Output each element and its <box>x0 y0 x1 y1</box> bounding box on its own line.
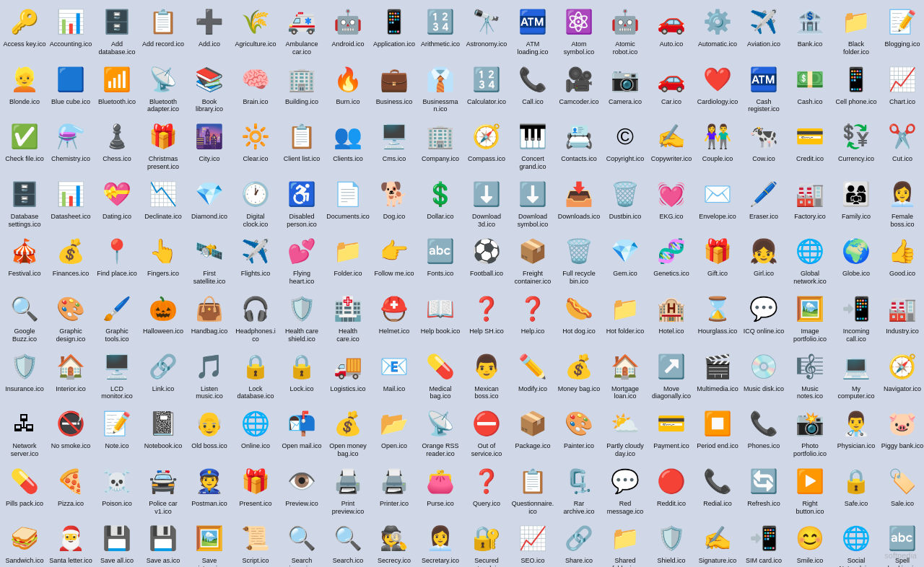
icon-item-70[interactable]: ⬇️Download 3d.ico <box>463 174 510 232</box>
icon-item-181[interactable]: 🎅Santa letter.ico <box>48 518 94 567</box>
icon-item-79[interactable]: 👩‍💼Female boss.ico <box>879 174 924 232</box>
icon-item-83[interactable]: 👆Fingers.ico <box>140 231 186 289</box>
icon-item-119[interactable]: 🏭Industry.ico <box>879 289 924 346</box>
icon-item-121[interactable]: 🏠Interior.ico <box>48 346 94 404</box>
icon-item-92[interactable]: 🗑️Full recycle bin.ico <box>556 231 602 289</box>
icon-item-49[interactable]: 🏢Company.ico <box>417 116 463 174</box>
icon-item-99[interactable]: 👍Good.ico <box>879 231 924 289</box>
icon-item-107[interactable]: 🏥Health care.ico <box>325 289 371 346</box>
icon-item-30[interactable]: 🔢Calculator.ico <box>463 59 510 117</box>
icon-item-11[interactable]: 🏧ATM loading.ico <box>510 1 556 59</box>
icon-item-108[interactable]: ⛑️Helmet.ico <box>371 289 417 346</box>
icon-item-55[interactable]: 👫Couple.ico <box>694 116 741 174</box>
icon-item-135[interactable]: 🎬Multimedia.ico <box>694 346 741 404</box>
icon-item-159[interactable]: 🐷Piggy bank.ico <box>879 403 924 461</box>
icon-item-193[interactable]: 📁Shared folder.ico <box>602 518 648 567</box>
icon-item-58[interactable]: 💱Currency.ico <box>833 116 879 174</box>
icon-item-18[interactable]: 📁Black folder.ico <box>833 1 879 59</box>
icon-item-21[interactable]: 🟦Blue cube.ico <box>48 59 94 117</box>
icon-item-182[interactable]: 💾Save all.ico <box>94 518 140 567</box>
icon-item-87[interactable]: 📁Folder.ico <box>325 231 371 289</box>
icon-item-172[interactable]: 🗜️Rar archive.ico <box>556 461 602 519</box>
icon-item-104[interactable]: 👜Handbag.ico <box>186 289 232 346</box>
icon-item-199[interactable]: 🔤Spell checking.ico <box>879 518 924 567</box>
icon-item-122[interactable]: 🖥️LCD monitor.ico <box>94 346 140 404</box>
icon-item-141[interactable]: 🚭No smoke.ico <box>48 403 94 461</box>
icon-item-53[interactable]: ©️Copyright.ico <box>602 116 648 174</box>
icon-item-162[interactable]: ☠️Poison.ico <box>94 461 140 519</box>
icon-item-180[interactable]: 🥪Sandwich.ico <box>1 518 48 567</box>
icon-item-105[interactable]: 🎧Headphones.ico <box>232 289 279 346</box>
icon-item-138[interactable]: 💻My computer.ico <box>833 346 879 404</box>
icon-item-156[interactable]: 📞Phones.ico <box>741 403 787 461</box>
icon-item-126[interactable]: 🔒Lock.ico <box>279 346 325 404</box>
icon-item-61[interactable]: 📊Datasheet.ico <box>48 174 94 232</box>
icon-item-131[interactable]: ✏️Modify.ico <box>510 346 556 404</box>
icon-item-86[interactable]: 💕Flying heart.ico <box>279 231 325 289</box>
icon-item-72[interactable]: 📥Downloads.ico <box>556 174 602 232</box>
icon-item-25[interactable]: 🧠Brain.ico <box>232 59 279 117</box>
icon-item-139[interactable]: 🧭Navigator.ico <box>879 346 924 404</box>
icon-item-166[interactable]: 👁️Preview.ico <box>279 461 325 519</box>
icon-item-9[interactable]: 🔢Arithmetic.ico <box>417 1 463 59</box>
icon-item-45[interactable]: 🔆Clear.ico <box>232 116 279 174</box>
icon-item-42[interactable]: ♟️Chess.ico <box>94 116 140 174</box>
icon-item-154[interactable]: 💳Payment.ico <box>648 403 694 461</box>
icon-item-117[interactable]: 🖼️Image portfolio.ico <box>787 289 833 346</box>
icon-item-66[interactable]: ♿Disabled person.ico <box>279 174 325 232</box>
icon-item-88[interactable]: 👉Follow me.ico <box>371 231 417 289</box>
icon-item-127[interactable]: 🚚Logistics.ico <box>325 346 371 404</box>
icon-item-198[interactable]: 🌐Social Network.ico <box>833 518 879 567</box>
icon-item-186[interactable]: 🔍Search icons.ico <box>279 518 325 567</box>
icon-item-175[interactable]: 📞Redial.ico <box>694 461 741 519</box>
icon-item-67[interactable]: 📄Documents.ico <box>325 174 371 232</box>
icon-item-195[interactable]: ✍️Signature.ico <box>694 518 741 567</box>
icon-item-28[interactable]: 💼Business.ico <box>371 59 417 117</box>
icon-item-184[interactable]: 🖼️Save picture.ico <box>186 518 232 567</box>
icon-item-63[interactable]: 📉Declinate.ico <box>140 174 186 232</box>
icon-item-188[interactable]: 🕵️Secrecy.ico <box>371 518 417 567</box>
icon-item-14[interactable]: 🚗Auto.ico <box>648 1 694 59</box>
icon-item-1[interactable]: 📊Accounting.ico <box>48 1 94 59</box>
icon-item-90[interactable]: ⚽Football.ico <box>463 231 510 289</box>
icon-item-7[interactable]: 🤖Android.ico <box>325 1 371 59</box>
icon-item-6[interactable]: 🚑Ambulance car.ico <box>279 1 325 59</box>
icon-item-155[interactable]: ⏹️Period end.ico <box>694 403 741 461</box>
icon-item-142[interactable]: 📝Note.ico <box>94 403 140 461</box>
icon-item-197[interactable]: 😊Smile.ico <box>787 518 833 567</box>
icon-item-136[interactable]: 💿Music disk.ico <box>741 346 787 404</box>
icon-item-77[interactable]: 🏭Factory.ico <box>787 174 833 232</box>
icon-item-150[interactable]: ⛔Out of service.ico <box>463 403 510 461</box>
icon-item-51[interactable]: 🎹Concert grand.ico <box>510 116 556 174</box>
icon-item-169[interactable]: 👛Purse.ico <box>417 461 463 519</box>
icon-item-10[interactable]: 🔭Astronomy.ico <box>463 1 510 59</box>
icon-item-129[interactable]: 💊Medical bag.ico <box>417 346 463 404</box>
icon-item-115[interactable]: ⌛Hourglass.ico <box>694 289 741 346</box>
icon-item-80[interactable]: 🎪Festival.ico <box>1 231 48 289</box>
icon-item-123[interactable]: 🔗Link.ico <box>140 346 186 404</box>
icon-item-75[interactable]: ✉️Envelope.ico <box>694 174 741 232</box>
icon-item-40[interactable]: ✅Check file.ico <box>1 116 48 174</box>
icon-item-171[interactable]: 📋Questionnaire.ico <box>510 461 556 519</box>
icon-item-110[interactable]: ❓Help SH.ico <box>463 289 510 346</box>
icon-item-144[interactable]: 👴Old boss.ico <box>186 403 232 461</box>
icon-item-173[interactable]: 💬Red message.ico <box>602 461 648 519</box>
icon-item-13[interactable]: 🤖Atomic robot.ico <box>602 1 648 59</box>
icon-item-71[interactable]: ⬇️Download symbol.ico <box>510 174 556 232</box>
icon-item-96[interactable]: 👧Girl.ico <box>741 231 787 289</box>
icon-item-101[interactable]: 🎨Graphic design.ico <box>48 289 94 346</box>
icon-item-125[interactable]: 🔒Lock database.ico <box>232 346 279 404</box>
icon-item-3[interactable]: 📋Add record.ico <box>140 1 186 59</box>
icon-item-59[interactable]: ✂️Cut.ico <box>879 116 924 174</box>
icon-item-47[interactable]: 👥Clients.ico <box>325 116 371 174</box>
icon-item-81[interactable]: 💰Finances.ico <box>48 231 94 289</box>
icon-item-17[interactable]: 🏦Bank.ico <box>787 1 833 59</box>
icon-item-187[interactable]: 🔍Search.ico <box>325 518 371 567</box>
icon-item-4[interactable]: ➕Add.ico <box>186 1 232 59</box>
icon-item-112[interactable]: 🌭Hot dog.ico <box>556 289 602 346</box>
icon-item-167[interactable]: 🖨️Print preview.ico <box>325 461 371 519</box>
icon-item-29[interactable]: 👔Businessma n.ico <box>417 59 463 117</box>
icon-item-137[interactable]: 🎼Music notes.ico <box>787 346 833 404</box>
icon-item-163[interactable]: 🚔Police car v1.ico <box>140 461 186 519</box>
icon-item-0[interactable]: 🔑Access key.ico <box>1 1 48 59</box>
